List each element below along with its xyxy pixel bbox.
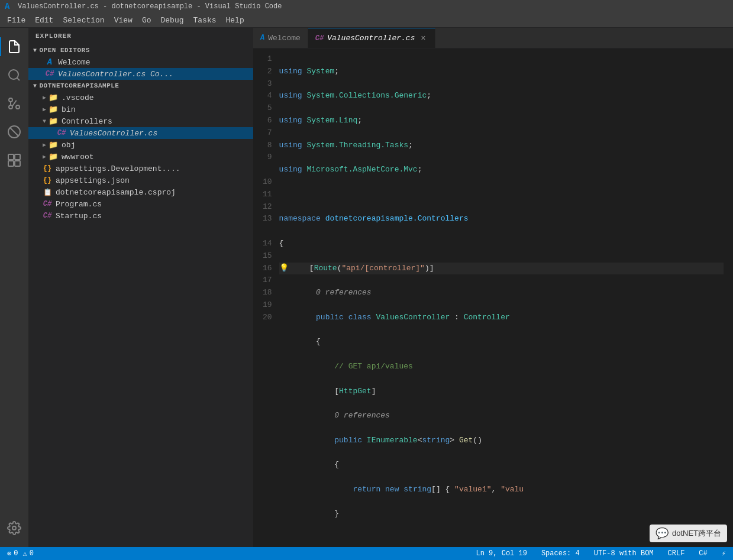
- menu-view[interactable]: View: [109, 15, 137, 26]
- line-5: using Microsoft.AspNetCore.Mvc;: [279, 164, 724, 176]
- svg-point-0: [9, 70, 18, 79]
- menu-help[interactable]: Help: [221, 15, 249, 26]
- folder-vscode-label: .vscode: [62, 93, 94, 102]
- menu-go[interactable]: Go: [137, 15, 156, 26]
- language-text: C#: [699, 549, 707, 558]
- project-section[interactable]: ▼ DOTNETCOREAPISAMPLE: [28, 80, 253, 92]
- statusbar-errors[interactable]: ⊗ 0 ⚠ 0: [5, 549, 36, 558]
- code-editor[interactable]: 1 2 3 4 5 6 7 8 9 · 10 11 12 13 · 14 15 …: [253, 48, 733, 547]
- code-content[interactable]: using System; using System.Collections.G…: [279, 53, 733, 547]
- folder-controllers[interactable]: ▼ 📁 Controllers: [28, 115, 253, 127]
- editor-area: A Welcome C# ValuesController.cs × 1 2 3…: [253, 28, 733, 547]
- line-ending-text: CRLF: [668, 549, 685, 558]
- file-appsettings-dev-label: appsettings.Development....: [56, 164, 180, 173]
- folder-obj-arrow: ▶: [43, 141, 46, 148]
- folder-obj-icon: 📁: [49, 140, 58, 150]
- file-cs-icon: C#: [57, 128, 66, 138]
- line-8: {: [279, 238, 724, 250]
- menu-file[interactable]: File: [2, 15, 30, 26]
- svg-point-2: [16, 105, 20, 109]
- vscode-icon: A: [45, 57, 54, 67]
- watermark-text: dotNET跨平台: [672, 528, 721, 539]
- folder-bin[interactable]: ▶ 📁 bin: [28, 103, 253, 115]
- line-1: using System;: [279, 66, 724, 78]
- activity-settings[interactable]: [0, 514, 28, 542]
- svg-line-1: [17, 78, 20, 80]
- tab-welcome-icon: A: [260, 34, 264, 42]
- cs-icon-startup: C#: [43, 211, 52, 221]
- activity-explorer[interactable]: [0, 33, 28, 61]
- line-12: // GET api/values: [279, 361, 724, 373]
- project-arrow: ▼: [33, 83, 37, 89]
- file-values-label: ValuesController.cs: [70, 129, 157, 138]
- tab-values-icon: C#: [315, 34, 324, 43]
- folder-wwwroot-label: wwwroot: [62, 153, 94, 161]
- file-values-controller[interactable]: C# ValuesController.cs: [28, 127, 253, 139]
- error-count: 0: [14, 549, 18, 558]
- statusbar-spaces[interactable]: Spaces: 4: [539, 549, 582, 558]
- lightning-icon: ⚡: [722, 549, 726, 558]
- menubar: File Edit Selection View Go Debug Tasks …: [0, 13, 733, 28]
- file-appsettings-label: appsettings.json: [56, 176, 130, 185]
- activity-git[interactable]: [0, 89, 28, 118]
- file-csproj[interactable]: 📋 dotnetcoreapisample.csproj: [28, 186, 253, 198]
- activity-extensions[interactable]: [0, 146, 28, 174]
- line-14: public IEnumerable<string> Get(): [279, 435, 724, 447]
- folder-wwwroot[interactable]: ▶ 📁 wwwroot: [28, 151, 253, 163]
- statusbar-language[interactable]: C#: [696, 549, 709, 558]
- open-editor-welcome[interactable]: A Welcome: [28, 56, 253, 68]
- menu-edit[interactable]: Edit: [30, 15, 58, 26]
- app-icon: A: [5, 2, 14, 11]
- project-label: DOTNETCOREAPISAMPLE: [40, 82, 120, 89]
- tab-values[interactable]: C# ValuesController.cs ×: [308, 28, 436, 48]
- line-ref2: 0 references: [279, 410, 724, 422]
- folder-bin-label: bin: [62, 105, 75, 114]
- file-program-label: Program.cs: [56, 200, 102, 209]
- open-editor-values[interactable]: C# ValuesController.cs Co...: [28, 68, 253, 80]
- open-editor-welcome-label: Welcome: [58, 58, 91, 67]
- folder-obj[interactable]: ▶ 📁 obj: [28, 139, 253, 151]
- line-13: [HttpGet]: [279, 386, 724, 398]
- line-ref1: 0 references: [279, 287, 724, 299]
- statusbar-lightning[interactable]: ⚡: [719, 549, 728, 558]
- line-4: using System.Threading.Tasks;: [279, 140, 724, 152]
- json-icon: {}: [43, 176, 52, 185]
- position-text: Ln 9, Col 19: [476, 549, 527, 558]
- watermark: 💬 dotNET跨平台: [650, 525, 727, 542]
- svg-line-6: [10, 128, 18, 136]
- cs-icon-program: C#: [43, 199, 52, 209]
- tab-welcome[interactable]: A Welcome: [253, 28, 308, 48]
- tabs-bar: A Welcome C# ValuesController.cs ×: [253, 28, 733, 48]
- file-startup-label: Startup.cs: [56, 212, 102, 221]
- activity-search[interactable]: [0, 61, 28, 89]
- titlebar-title: ValuesController.cs - dotnetcoreapisampl…: [18, 2, 282, 11]
- cs-icon: C#: [45, 69, 54, 79]
- statusbar-encoding[interactable]: UTF-8 with BOM: [592, 549, 656, 558]
- open-editors-section[interactable]: ▼ OPEN EDITORS: [28, 44, 253, 56]
- folder-vscode-arrow: ▶: [43, 94, 46, 101]
- line-11: {: [279, 336, 724, 348]
- wechat-icon: 💬: [655, 527, 669, 540]
- statusbar-position[interactable]: Ln 9, Col 19: [473, 549, 529, 558]
- statusbar-line-ending[interactable]: CRLF: [666, 549, 687, 558]
- tab-welcome-label: Welcome: [268, 34, 301, 43]
- folder-wwwroot-arrow: ▶: [43, 153, 46, 160]
- svg-rect-10: [15, 161, 20, 166]
- csproj-icon: 📋: [43, 187, 52, 197]
- open-editors-label: OPEN EDITORS: [40, 47, 90, 54]
- file-startup[interactable]: C# Startup.cs: [28, 210, 253, 222]
- menu-selection[interactable]: Selection: [58, 15, 109, 26]
- line-15: {: [279, 459, 724, 471]
- folder-vscode-icon: 📁: [49, 93, 58, 102]
- tab-close-button[interactable]: ×: [418, 34, 428, 43]
- menu-tasks[interactable]: Tasks: [189, 15, 221, 26]
- file-appsettings-dev[interactable]: {} appsettings.Development....: [28, 163, 253, 174]
- file-program[interactable]: C# Program.cs: [28, 198, 253, 210]
- file-appsettings[interactable]: {} appsettings.json: [28, 174, 253, 186]
- menu-debug[interactable]: Debug: [156, 15, 188, 26]
- error-icon: ⊗: [7, 549, 11, 558]
- line-17: }: [279, 508, 724, 520]
- activity-debug[interactable]: [0, 118, 28, 146]
- folder-vscode[interactable]: ▶ 📁 .vscode: [28, 92, 253, 103]
- activity-bar: [0, 28, 28, 547]
